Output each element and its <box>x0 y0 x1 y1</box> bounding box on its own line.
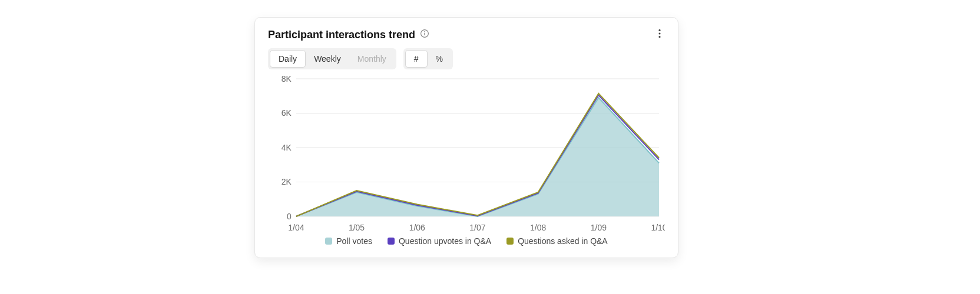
svg-text:4K: 4K <box>282 143 292 152</box>
svg-text:1/07: 1/07 <box>469 223 485 232</box>
tab-count[interactable]: # <box>405 50 428 68</box>
chart-svg: 02K4K6K8K1/041/051/061/071/081/091/10 <box>268 75 665 234</box>
period-segment: Daily Weekly Monthly <box>268 48 396 69</box>
tab-percent[interactable]: % <box>428 50 451 68</box>
card-header: Participant interactions trend <box>268 28 665 41</box>
legend-label-upvotes: Question upvotes in Q&A <box>399 236 491 246</box>
tab-weekly[interactable]: Weekly <box>306 50 349 68</box>
chart-legend: Poll votes Question upvotes in Q&A Quest… <box>268 236 665 246</box>
svg-point-3 <box>658 29 660 31</box>
swatch-asked <box>506 238 514 245</box>
chart-area: 02K4K6K8K1/041/051/061/071/081/091/10 <box>268 75 665 234</box>
legend-item-asked[interactable]: Questions asked in Q&A <box>506 236 608 246</box>
card-title: Participant interactions trend <box>268 29 415 41</box>
svg-text:1/09: 1/09 <box>591 223 607 232</box>
more-icon[interactable] <box>654 28 665 41</box>
svg-text:6K: 6K <box>282 108 292 118</box>
svg-point-4 <box>658 32 660 34</box>
svg-text:1/05: 1/05 <box>349 223 365 232</box>
svg-text:2K: 2K <box>282 177 292 186</box>
legend-label-poll: Poll votes <box>336 236 372 246</box>
svg-text:0: 0 <box>287 212 292 221</box>
svg-point-5 <box>658 36 660 38</box>
legend-item-upvotes[interactable]: Question upvotes in Q&A <box>388 236 491 246</box>
svg-text:1/08: 1/08 <box>530 223 546 232</box>
tab-daily[interactable]: Daily <box>270 50 306 68</box>
swatch-upvotes <box>388 238 395 245</box>
svg-text:1/04: 1/04 <box>288 223 304 232</box>
tab-monthly[interactable]: Monthly <box>349 50 395 68</box>
title-row: Participant interactions trend <box>268 29 429 41</box>
controls-row: Daily Weekly Monthly # % <box>268 48 665 69</box>
chart-card: Participant interactions trend Daily Wee… <box>254 17 678 258</box>
info-icon[interactable] <box>420 29 429 41</box>
format-segment: # % <box>403 48 453 69</box>
svg-point-1 <box>424 31 425 32</box>
legend-label-asked: Questions asked in Q&A <box>518 236 608 246</box>
svg-rect-2 <box>424 33 425 36</box>
svg-text:8K: 8K <box>282 75 292 83</box>
svg-text:1/10: 1/10 <box>651 223 665 232</box>
swatch-poll <box>325 238 332 245</box>
legend-item-poll[interactable]: Poll votes <box>325 236 372 246</box>
svg-text:1/06: 1/06 <box>409 223 425 232</box>
